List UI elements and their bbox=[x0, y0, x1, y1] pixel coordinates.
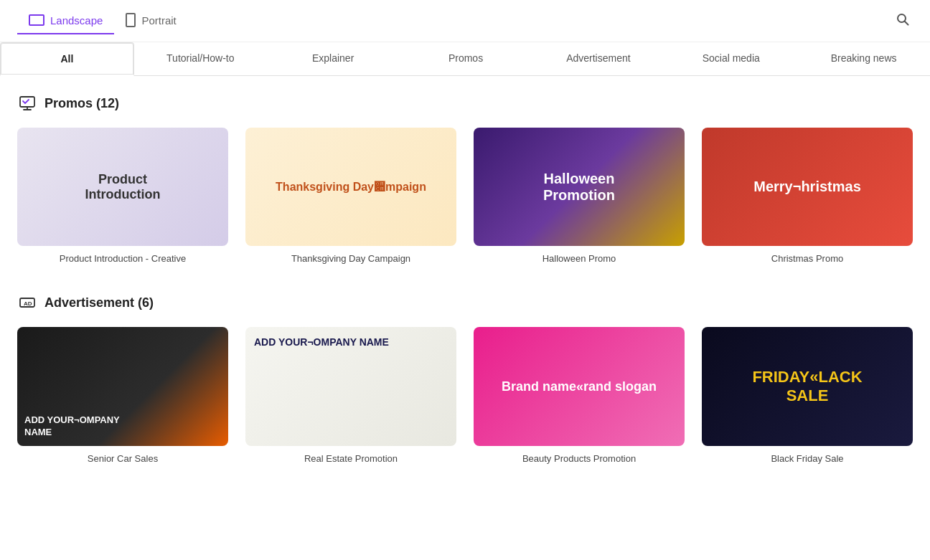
template-card-beauty[interactable]: Beauty Products Promotion bbox=[474, 327, 685, 463]
template-name-car-sales: Senior Car Sales bbox=[17, 453, 228, 464]
promos-section-title: Promos (12) bbox=[44, 96, 119, 111]
template-name-black-friday: Black Friday Sale bbox=[702, 453, 913, 464]
category-tabs: All Tutorial/How-to Explainer Promos Adv… bbox=[0, 42, 930, 76]
promos-icon bbox=[17, 93, 37, 113]
template-card-black-friday[interactable]: Black Friday Sale bbox=[702, 327, 913, 463]
tab-breaking-news[interactable]: Breaking news bbox=[797, 42, 930, 75]
template-card-product-intro[interactable]: Product Introduction - Creative bbox=[17, 128, 228, 264]
template-thumb-car-sales bbox=[17, 327, 228, 445]
promos-grid: Product Introduction - Creative Thanksgi… bbox=[17, 128, 913, 264]
template-thumb-black-friday bbox=[702, 327, 913, 445]
template-card-car-sales[interactable]: Senior Car Sales bbox=[17, 327, 228, 463]
main-content: Promos (12) Product Introduction - Creat… bbox=[0, 76, 930, 521]
top-bar-right bbox=[893, 9, 913, 33]
svg-line-1 bbox=[905, 21, 908, 24]
promos-section: Promos (12) Product Introduction - Creat… bbox=[17, 93, 913, 264]
portrait-icon bbox=[126, 13, 136, 27]
template-thumb-christmas bbox=[702, 128, 913, 246]
top-bar: Landscape Portrait bbox=[0, 0, 930, 42]
template-thumb-beauty bbox=[474, 327, 685, 445]
search-button[interactable] bbox=[893, 9, 913, 33]
advertisement-icon: AD bbox=[17, 293, 37, 313]
tab-advertisement[interactable]: Advertisement bbox=[532, 42, 664, 75]
advertisement-section-header: AD Advertisement (6) bbox=[17, 293, 913, 313]
landscape-label: Landscape bbox=[50, 14, 103, 27]
template-name-product-intro: Product Introduction - Creative bbox=[17, 253, 228, 264]
template-name-christmas: Christmas Promo bbox=[702, 253, 913, 264]
template-name-thanksgiving: Thanksgiving Day Campaign bbox=[245, 253, 456, 264]
tab-all[interactable]: All bbox=[0, 42, 134, 76]
promos-section-header: Promos (12) bbox=[17, 93, 913, 113]
template-card-real-estate[interactable]: Real Estate Promotion bbox=[245, 327, 456, 463]
template-thumb-halloween bbox=[474, 128, 685, 246]
search-icon bbox=[896, 12, 910, 27]
template-name-beauty: Beauty Products Promotion bbox=[474, 453, 685, 464]
orientation-tabs: Landscape Portrait bbox=[17, 7, 188, 34]
portrait-tab[interactable]: Portrait bbox=[114, 7, 187, 34]
template-name-real-estate: Real Estate Promotion bbox=[245, 453, 456, 464]
template-card-thanksgiving[interactable]: Thanksgiving Day Campaign bbox=[245, 128, 456, 264]
advertisement-section-title: Advertisement (6) bbox=[44, 295, 154, 310]
advertisement-section: AD Advertisement (6) Senior Car Sales Re… bbox=[17, 293, 913, 463]
template-thumb-product-intro bbox=[17, 128, 228, 246]
template-thumb-thanksgiving bbox=[245, 128, 456, 246]
template-card-christmas[interactable]: Christmas Promo bbox=[702, 128, 913, 264]
landscape-icon bbox=[29, 14, 44, 26]
advertisement-grid: Senior Car Sales Real Estate Promotion B… bbox=[17, 327, 913, 463]
portrait-label: Portrait bbox=[141, 14, 176, 27]
landscape-tab[interactable]: Landscape bbox=[17, 7, 114, 34]
template-card-halloween[interactable]: Halloween Promo bbox=[474, 128, 685, 264]
tab-explainer[interactable]: Explainer bbox=[267, 42, 400, 75]
tab-tutorial[interactable]: Tutorial/How-to bbox=[134, 42, 267, 75]
template-thumb-real-estate bbox=[245, 327, 456, 445]
tab-social-media[interactable]: Social media bbox=[664, 42, 797, 75]
template-name-halloween: Halloween Promo bbox=[474, 253, 685, 264]
tab-promos[interactable]: Promos bbox=[400, 42, 532, 75]
svg-text:AD: AD bbox=[24, 300, 32, 307]
